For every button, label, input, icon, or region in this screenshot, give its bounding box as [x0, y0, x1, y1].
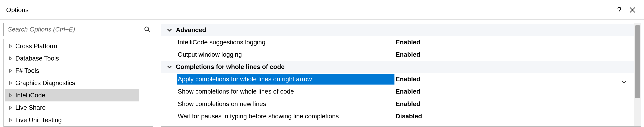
search-icon[interactable] — [144, 26, 150, 33]
prop-row-output-logging[interactable]: Output window logging Enabled — [161, 48, 634, 61]
prop-value[interactable]: Enabled — [394, 49, 634, 60]
tree-item-label: F# Tools — [15, 65, 39, 76]
property-list: Advanced IntelliCode suggestions logging… — [161, 23, 634, 126]
content-area: Cross Platform Database Tools F# Tools G… — [0, 20, 644, 126]
titlebar-controls: ? — [617, 6, 640, 14]
property-grid: Advanced IntelliCode suggestions logging… — [161, 23, 641, 126]
tree-item-label: Cross Platform — [15, 41, 57, 52]
tree-item-database-tools[interactable]: Database Tools — [4, 52, 153, 64]
chevron-down-icon — [167, 28, 172, 32]
prop-row-wait-pauses[interactable]: Wait for pauses in typing before showing… — [161, 110, 634, 122]
chevron-down-icon — [167, 64, 172, 69]
tree-item-label: Live Unit Testing — [15, 115, 62, 126]
help-icon[interactable]: ? — [617, 6, 621, 14]
tree-item-label: Database Tools — [15, 53, 59, 64]
caret-right-icon — [9, 118, 13, 122]
chevron-down-icon[interactable] — [622, 77, 626, 82]
scrollbar-thumb[interactable] — [635, 25, 640, 98]
group-title: Completions for whole lines of code — [176, 62, 285, 72]
prop-row-show-whole-lines[interactable]: Show completions for whole lines of code… — [161, 85, 634, 98]
caret-right-icon — [9, 81, 13, 85]
tree-item-cross-platform[interactable]: Cross Platform — [4, 40, 153, 52]
group-title: Advanced — [176, 24, 206, 35]
prop-label: Apply completions for whole lines on rig… — [176, 74, 394, 84]
category-tree: Cross Platform Database Tools F# Tools G… — [4, 39, 153, 126]
tree-item-label: IntelliCode — [15, 90, 45, 101]
window-title: Options — [6, 6, 28, 14]
prop-label: Output window logging — [176, 49, 394, 60]
sidebar: Cross Platform Database Tools F# Tools G… — [4, 23, 153, 126]
caret-right-icon — [9, 56, 13, 60]
group-header-advanced[interactable]: Advanced — [161, 24, 634, 36]
tree-item-label: Live Share — [15, 102, 46, 113]
vertical-scrollbar[interactable] — [634, 23, 641, 126]
prop-value[interactable]: Enabled — [394, 86, 634, 97]
prop-row-apply-right-arrow[interactable]: Apply completions for whole lines on rig… — [161, 73, 634, 85]
tree-item-fsharp-tools[interactable]: F# Tools — [4, 64, 153, 77]
close-icon[interactable] — [629, 6, 636, 14]
tree-item-live-share[interactable]: Live Share — [4, 102, 153, 114]
tree-item-graphics-diagnostics[interactable]: Graphics Diagnostics — [4, 77, 153, 89]
search-box[interactable] — [4, 23, 153, 36]
group-header-completions[interactable]: Completions for whole lines of code — [161, 61, 634, 73]
prop-row-suggestions-logging[interactable]: IntelliCode suggestions logging Enabled — [161, 36, 634, 48]
prop-label: Show completions on new lines — [176, 98, 394, 109]
tree-item-intellicode[interactable]: IntelliCode — [4, 89, 139, 102]
caret-right-icon — [9, 94, 13, 97]
prop-label: Wait for pauses in typing before showing… — [176, 111, 394, 122]
svg-point-0 — [145, 27, 148, 31]
prop-value[interactable]: Enabled — [394, 37, 634, 48]
tree-item-label: Graphics Diagnostics — [15, 78, 75, 88]
tree-item-live-unit-testing[interactable]: Live Unit Testing — [4, 114, 153, 126]
titlebar: Options ? — [0, 0, 644, 20]
prop-value[interactable]: Disabled — [394, 111, 634, 122]
prop-value[interactable]: Enabled — [394, 98, 634, 109]
prop-label: Show completions for whole lines of code — [176, 86, 394, 97]
caret-right-icon — [9, 69, 13, 73]
prop-value[interactable]: Enabled — [394, 74, 622, 84]
prop-label: IntelliCode suggestions logging — [176, 37, 394, 48]
search-input[interactable] — [8, 26, 144, 33]
caret-right-icon — [9, 44, 13, 48]
caret-right-icon — [9, 106, 13, 110]
prop-row-show-new-lines[interactable]: Show completions on new lines Enabled — [161, 98, 634, 110]
